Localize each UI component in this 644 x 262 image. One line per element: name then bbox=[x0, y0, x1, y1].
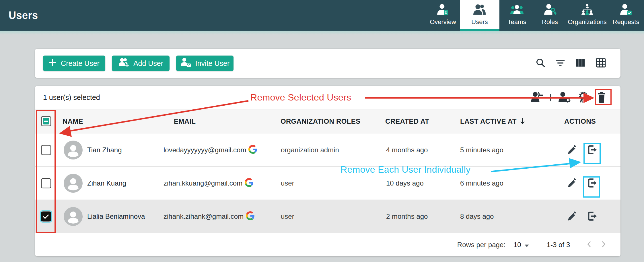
plus-icon bbox=[49, 59, 57, 68]
user-org-roles: user bbox=[281, 200, 294, 233]
edit-user-button[interactable] bbox=[566, 167, 577, 200]
add-user-label: Add User bbox=[133, 59, 163, 68]
icon-divider bbox=[550, 94, 551, 101]
chevron-right-icon bbox=[602, 241, 606, 249]
navbar-shadow-fade bbox=[0, 31, 644, 35]
user-created-at: 10 days ago bbox=[386, 167, 424, 200]
header-organization-roles[interactable]: ORGANIZATION ROLES bbox=[281, 109, 360, 133]
user-email: lovedayyyyyyy@gmail.com bbox=[164, 133, 257, 167]
header-actions: ACTIONS bbox=[564, 109, 596, 133]
header-last-active-at[interactable]: LAST ACTIVE AT bbox=[460, 109, 525, 133]
user-settings-button[interactable] bbox=[558, 91, 571, 104]
user-email: zihank.zihank@gmail.com bbox=[164, 200, 255, 233]
avatar bbox=[64, 174, 83, 193]
invite-user-label: Invite User bbox=[195, 59, 229, 68]
google-icon bbox=[248, 145, 257, 155]
google-icon bbox=[245, 178, 254, 189]
org-chart-icon bbox=[581, 3, 594, 18]
user-last-active-at: 5 minutes ago bbox=[460, 133, 503, 167]
google-icon bbox=[246, 211, 255, 222]
selection-bar: 1 user(s) selected bbox=[35, 86, 620, 109]
user-created-at: 2 months ago bbox=[386, 200, 428, 233]
tab-label: Users bbox=[471, 18, 488, 26]
user-check-icon bbox=[619, 3, 633, 18]
assign-role-button[interactable] bbox=[577, 91, 589, 104]
tab-users[interactable]: Users bbox=[460, 0, 499, 31]
invite-user-button[interactable]: Invite User bbox=[176, 56, 234, 71]
table-footer: Rows per page: 10 1-3 of 3 bbox=[35, 233, 620, 256]
bulk-action-icons bbox=[531, 86, 607, 109]
user-org-roles: user bbox=[281, 167, 294, 200]
row-checkbox[interactable] bbox=[41, 211, 51, 221]
edit-user-button[interactable] bbox=[566, 200, 577, 233]
delete-selected-button[interactable] bbox=[596, 91, 607, 104]
tab-requests[interactable]: Requests bbox=[609, 0, 643, 31]
grid-view-button[interactable] bbox=[596, 58, 606, 69]
user-name: Zihan Kuang bbox=[87, 167, 126, 200]
table-tools bbox=[536, 49, 606, 78]
table-row: Lialia Beniaminova zihank.zihank@gmail.c… bbox=[35, 200, 620, 233]
tab-label: Organizations bbox=[568, 18, 607, 26]
pencil-icon bbox=[566, 211, 577, 222]
nav-tabs: Overview Users bbox=[426, 0, 643, 31]
pencil-icon bbox=[566, 178, 577, 189]
tab-overview[interactable]: Overview bbox=[426, 0, 460, 31]
tab-teams[interactable]: Teams bbox=[499, 0, 534, 31]
users-admin-page: Users Overview bbox=[0, 0, 644, 262]
create-user-button[interactable]: Create User bbox=[43, 56, 105, 71]
user-created-at: 4 months ago bbox=[386, 133, 428, 167]
users-table-card: 1 user(s) selected bbox=[35, 86, 620, 256]
table-row: Zihan Kuang zihan.kkuang@gmail.com user … bbox=[35, 166, 620, 200]
row-checkbox[interactable] bbox=[41, 178, 51, 188]
row-checkbox[interactable] bbox=[41, 145, 51, 155]
user-last-active-at: 8 days ago bbox=[460, 200, 494, 233]
search-button[interactable] bbox=[536, 58, 546, 69]
view-columns-button[interactable] bbox=[575, 58, 586, 69]
add-user-button[interactable]: Add User bbox=[112, 56, 170, 71]
header-email[interactable]: EMAIL bbox=[174, 109, 196, 133]
header-name[interactable]: NAME bbox=[63, 109, 83, 133]
grid-icon bbox=[596, 58, 606, 69]
sign-out-icon bbox=[586, 177, 598, 190]
create-user-label: Create User bbox=[61, 59, 100, 68]
remove-user-button[interactable] bbox=[586, 167, 598, 200]
filter-icon bbox=[555, 58, 565, 69]
rows-per-page-select[interactable]: 10 bbox=[513, 241, 529, 249]
page-range-label: 1-3 of 3 bbox=[547, 241, 570, 249]
user-plus-icon bbox=[118, 57, 129, 69]
user-badge-icon bbox=[436, 3, 450, 18]
toolbar-buttons: Create User Add User bbox=[43, 56, 234, 71]
select-all-checkbox[interactable] bbox=[41, 116, 51, 126]
tab-label: Requests bbox=[613, 18, 639, 26]
avatar bbox=[64, 141, 83, 159]
edit-user-button[interactable] bbox=[566, 133, 577, 167]
tab-organizations[interactable]: Organizations bbox=[565, 0, 609, 31]
tab-label: Roles bbox=[542, 18, 558, 26]
tab-label: Teams bbox=[508, 18, 526, 26]
previous-page-button[interactable] bbox=[587, 241, 591, 249]
user-org-roles: organization admin bbox=[281, 133, 339, 167]
next-page-button[interactable] bbox=[602, 241, 606, 249]
rows-per-page-label: Rows per page: bbox=[457, 241, 505, 249]
page-title: Users bbox=[9, 9, 38, 21]
remove-user-button[interactable] bbox=[586, 200, 598, 233]
remove-user-button[interactable] bbox=[586, 133, 598, 167]
table-header-row: NAME EMAIL ORGANIZATION ROLES CREATED AT… bbox=[35, 109, 620, 133]
user-gear-icon bbox=[558, 91, 571, 104]
user-name: Tian Zhang bbox=[87, 133, 122, 167]
selection-count-text: 1 user(s) selected bbox=[43, 93, 100, 102]
table-row: Tian Zhang lovedayyyyyyy@gmail.com organ… bbox=[35, 133, 620, 166]
top-navbar: Users Overview bbox=[0, 0, 644, 31]
users-icon bbox=[473, 3, 486, 18]
tab-roles[interactable]: Roles bbox=[534, 0, 565, 31]
tab-label: Overview bbox=[430, 18, 456, 26]
user-last-active-at: 6 minutes ago bbox=[460, 167, 503, 200]
avatar bbox=[64, 207, 83, 226]
user-name: Lialia Beniaminova bbox=[87, 200, 145, 233]
header-created-at[interactable]: CREATED AT bbox=[385, 109, 429, 133]
pencil-icon bbox=[566, 144, 577, 156]
user-mail-icon bbox=[180, 57, 191, 69]
sign-out-icon bbox=[586, 144, 598, 157]
filter-button[interactable] bbox=[555, 58, 565, 69]
remove-user-from-team-button[interactable] bbox=[531, 91, 543, 104]
